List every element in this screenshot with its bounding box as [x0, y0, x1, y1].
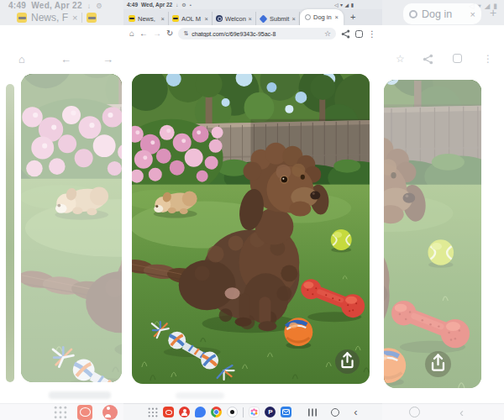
status-bar: 4:49 Wed, Apr 22 ↓ ⚙ • ◁ ▾ ◢ ▮	[123, 0, 382, 9]
back-nav-button: ‹	[459, 406, 464, 418]
messages-icon[interactable]	[195, 407, 206, 417]
upload-icon	[425, 351, 451, 377]
download-icon: ↓	[176, 3, 178, 8]
back-button[interactable]: ←	[139, 29, 148, 38]
tab-switcher-icon[interactable]	[355, 30, 363, 38]
gear-icon: ⚙	[181, 2, 186, 8]
reload-button[interactable]: ↻	[166, 29, 173, 38]
taskbar: P ‹	[123, 403, 382, 420]
tab-divider	[81, 13, 82, 23]
tab-close-icon[interactable]: ×	[292, 15, 296, 23]
ghost-text-blur	[49, 391, 111, 399]
new-tab-button[interactable]: +	[350, 13, 355, 22]
tab-strip: News, × AOL M × Welcon × Submit × Dog in	[123, 9, 382, 25]
status-bar-faded: 4:49 Wed, Apr 22 ↓ ⚙	[8, 1, 102, 10]
aol-favicon	[172, 15, 179, 22]
screenshot-layer-next: ◁ ▾ ◢ ▮ Dog in × + ☆ ⋮	[382, 0, 504, 420]
taskbar-divider	[243, 407, 244, 417]
chatgpt-favicon	[409, 10, 417, 18]
news-favicon	[17, 13, 27, 23]
flower-glyph	[250, 408, 258, 416]
status-date: Wed, Apr 22	[141, 2, 172, 8]
tab-dog-faded: Dog in ×	[403, 3, 481, 24]
upload-icon	[335, 349, 360, 374]
home-nav-button	[409, 407, 420, 417]
screenshot-layer-current: 4:49 Wed, Apr 22 ↓ ⚙ • ◁ ▾ ◢ ▮ News, × A…	[123, 0, 382, 420]
paypal-icon[interactable]: P	[265, 407, 276, 417]
app-drawer-icon[interactable]	[148, 407, 158, 417]
bookmark-icon[interactable]: ☆	[324, 29, 331, 38]
tab-close-icon: ×	[72, 13, 77, 23]
tab-news[interactable]: News, ×	[125, 12, 169, 25]
forward-button[interactable]: →	[153, 29, 161, 38]
tab-switcher-icon	[453, 54, 462, 63]
back-nav-button[interactable]: ‹	[354, 407, 357, 417]
globe-favicon	[216, 15, 223, 22]
tab-close-icon[interactable]: ×	[205, 15, 208, 23]
envelope-glyph	[282, 409, 290, 415]
tab-dog-active[interactable]: Dog in ×	[300, 9, 344, 25]
tab-close-icon[interactable]: ×	[161, 15, 165, 23]
signal-icon: ◢	[345, 2, 349, 8]
tab-welcome[interactable]: Welcon ×	[213, 12, 256, 25]
image-share-button[interactable]	[335, 349, 360, 374]
url-text[interactable]: chatgpt.com/c/69e9343c-95ac-8	[192, 31, 321, 37]
home-nav-button[interactable]	[331, 408, 339, 417]
tab-close-icon[interactable]: ×	[249, 15, 252, 23]
share-icon	[423, 54, 433, 65]
taskbar-faded: ‹	[382, 403, 504, 420]
image-share-button-faded	[425, 351, 451, 377]
status-date: Wed, Apr 22	[31, 1, 82, 10]
photo-card-edge-sliver	[6, 84, 14, 382]
status-time: 4:49	[127, 2, 138, 8]
backyard-photo	[132, 74, 370, 384]
tab-submit[interactable]: Submit ×	[256, 12, 300, 25]
screenshot-layer-previous: 4:49 Wed, Apr 22 ↓ ⚙ News, F × ⌂ ← →	[0, 0, 123, 420]
site-info-icon[interactable]: ⇅	[183, 30, 188, 37]
submit-favicon	[260, 14, 268, 23]
gallery-icon[interactable]	[249, 407, 260, 417]
download-icon: ↓	[87, 2, 92, 10]
back-icon: ←	[60, 53, 71, 66]
recents-button[interactable]	[308, 408, 317, 417]
gear-icon: ⚙	[96, 2, 102, 10]
chatgpt-favicon	[305, 14, 311, 20]
url-bar[interactable]: ⇅ chatgpt.com/c/69e9343c-95ac-8 ☆	[178, 28, 336, 39]
notification-dot-icon: •	[190, 3, 192, 8]
contacts-icon[interactable]	[179, 407, 190, 417]
ghost-text-blur	[176, 392, 224, 399]
browser-toolbar: ⌂ ← → ↻ ⇅ chatgpt.com/c/69e9343c-95ac-8 …	[123, 25, 382, 42]
tab-close-icon: ×	[470, 9, 475, 19]
tab-news-faded: News, F ×	[17, 12, 97, 24]
menu-icon: ⋮	[483, 53, 493, 65]
toolbar-faded: ⌂ ← →	[0, 25, 123, 42]
home-button[interactable]: ⌂	[129, 29, 134, 38]
share-icon[interactable]	[341, 29, 350, 39]
new-tab-button-faded: +	[490, 6, 496, 19]
backyard-photo-left-crop	[21, 74, 122, 382]
dog-photo-card[interactable]	[132, 74, 370, 384]
network-icon: ▾	[340, 2, 343, 8]
mute-icon: ◁	[334, 2, 339, 8]
contacts-icon	[102, 405, 118, 420]
chrome-icon[interactable]	[211, 407, 222, 417]
next-tab-favicon	[87, 13, 97, 23]
menu-icon[interactable]: ⋮	[368, 29, 376, 39]
samsung-internet-icon	[77, 405, 92, 420]
tab-close-icon[interactable]: ×	[335, 13, 339, 21]
dog-photo-card-faded[interactable]	[384, 80, 481, 388]
backyard-photo-right-crop	[384, 80, 481, 388]
screen: 4:49 Wed, Apr 22 ↓ ⚙ News, F × ⌂ ← →	[0, 0, 504, 420]
bookmark-icon: ☆	[396, 53, 405, 65]
camera-icon[interactable]	[227, 407, 238, 417]
battery-icon: ▮	[351, 2, 354, 8]
news-favicon	[129, 15, 135, 22]
taskbar-faded	[0, 403, 123, 420]
home-icon: ⌂	[18, 53, 25, 66]
dog-photo-card-faded[interactable]	[21, 74, 122, 382]
samsung-internet-icon[interactable]	[163, 407, 174, 417]
toolbar-faded: ☆ ⋮	[382, 25, 504, 42]
tab-aol-mail[interactable]: AOL M ×	[169, 12, 213, 25]
email-icon[interactable]	[281, 407, 291, 417]
status-time: 4:49	[8, 1, 26, 10]
